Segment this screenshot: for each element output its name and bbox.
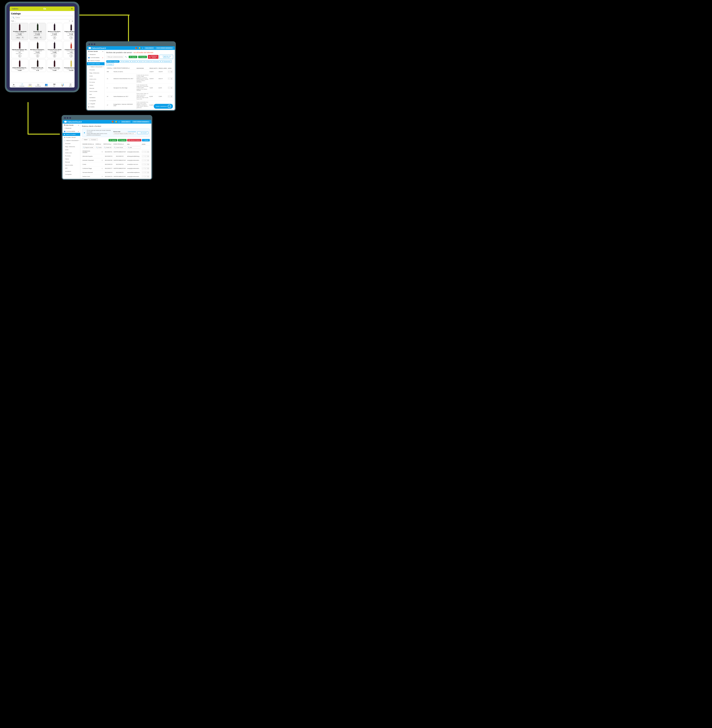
bulk-delete-button[interactable]: 🗑 Elimina in blocco bbox=[148, 55, 159, 59]
copy-icon[interactable]: ⎘ bbox=[168, 70, 170, 73]
sidebar-sub-ddt[interactable]: DDT bbox=[87, 93, 104, 96]
sidebar-sub-ordini[interactable]: Ordini bbox=[62, 148, 80, 151]
copy-icon[interactable]: ⎘ bbox=[144, 175, 147, 178]
copy-icon[interactable]: ⎘ bbox=[168, 87, 170, 89]
sidebar-sub-fatture[interactable]: Fatture bbox=[87, 84, 104, 87]
nav-menu[interactable]: ☰Menu bbox=[67, 83, 74, 87]
column-filter[interactable] bbox=[113, 147, 126, 148]
col-header[interactable]: PARTITA IVA ▴▾ bbox=[103, 143, 113, 145]
col-header[interactable]: AZIONI bbox=[141, 143, 150, 145]
product-card[interactable]: Morellino di Scansano... Codice: I67MS54… bbox=[29, 41, 46, 58]
flame-icon[interactable]: ö bbox=[142, 47, 143, 49]
delete-icon[interactable]: 🗑 bbox=[147, 151, 149, 153]
search-input[interactable]: 🔍 Cerca bbox=[11, 16, 73, 19]
product-card[interactable]: Toscana Rosso Aliotto Codice: I20TR78S €… bbox=[47, 41, 62, 58]
category-filter[interactable]: ⊕ Passacenere bbox=[161, 60, 172, 63]
product-card[interactable]: Chianti DOCG Piccini Codice: I88C487G € … bbox=[63, 41, 74, 58]
sidebar-sub-autofatture[interactable]: Autofatture bbox=[87, 96, 104, 99]
add-icon[interactable]: + bbox=[53, 36, 56, 39]
table-row[interactable]: Filippucci S.R.L.0012345672300123456723f… bbox=[82, 178, 150, 179]
sidebar-sub-ordini-a-forn-[interactable]: Ordini a forn. bbox=[87, 78, 104, 81]
copy-icon[interactable]: ⎘ bbox=[144, 171, 147, 173]
col-header[interactable]: CODICE FISCALE ▴▾ bbox=[113, 143, 126, 145]
year-dropdown[interactable]: Anno 2023 ▾ bbox=[144, 47, 154, 49]
product-card[interactable]: Rosso Piceno Sup... Codice: I77RP76D € 9… bbox=[47, 59, 62, 72]
col-header[interactable]: CODICE ▴▾ bbox=[95, 143, 103, 145]
table-row[interactable]: Conad0012345672300123456723conad@con-ad.… bbox=[82, 162, 150, 166]
column-filter[interactable] bbox=[83, 147, 95, 148]
stats-icon[interactable]: ↗ bbox=[142, 151, 144, 153]
table-row[interactable]: Alimentari Augusto0012345672300123456723… bbox=[82, 154, 150, 158]
product-card[interactable]: Chianti Rùfina Riserva... Codice: I78CR4… bbox=[11, 59, 28, 72]
sidebar-item-situazione[interactable]: ⌂Situazione bbox=[87, 53, 104, 56]
add-icon[interactable]: + bbox=[70, 55, 73, 57]
sidebar-sub-ddt[interactable]: DDT bbox=[62, 167, 80, 170]
account-dropdown[interactable]: TEST ORDER SENDER ▾ bbox=[132, 121, 150, 123]
sidebar-sub-fatture[interactable]: Fatture bbox=[62, 157, 80, 160]
add-client-button[interactable]: + Cliente bbox=[142, 139, 150, 141]
table-row[interactable]: Farmacia Mambelli0012345672300123456723m… bbox=[82, 171, 150, 175]
sidebar-sub-ordini[interactable]: Ordini bbox=[87, 74, 104, 78]
sidebar-sub-autofatture[interactable]: Autofatture bbox=[62, 170, 80, 173]
filter-input[interactable] bbox=[106, 56, 124, 58]
tab-suppliers[interactable]: Fornitori bbox=[89, 138, 98, 141]
category-filter[interactable]: ⊕ grappe bbox=[106, 63, 114, 65]
sidebar-item-situazione[interactable]: ⌂Situazione bbox=[62, 127, 80, 130]
copy-icon[interactable]: ⎘ bbox=[144, 159, 147, 162]
bell-icon[interactable]: 🔔 bbox=[115, 121, 117, 123]
copy-icon[interactable]: ⎘ bbox=[144, 167, 147, 169]
sidebar-sub-rapp-d-intervento[interactable]: Rapp. d'intervento bbox=[87, 71, 104, 74]
edit-icon[interactable]: ✎ bbox=[22, 36, 24, 39]
sidebar-sub-pro-forma[interactable]: Pro forma bbox=[62, 154, 80, 157]
sidebar-sub-corrispettivi[interactable]: Corrispettivi bbox=[87, 99, 104, 102]
table-row[interactable]: 11Selezione Gewurztraminer Doc 2017Il co… bbox=[106, 74, 173, 84]
add-icon[interactable]: + bbox=[70, 36, 73, 39]
product-card[interactable]: Barbera d'Asti Mont... Codice: I67BP77 €… bbox=[47, 23, 62, 40]
col-header[interactable]: NOME PRODOTTO/SERVIZIO ▴▾ bbox=[113, 67, 136, 70]
export-button[interactable]: ⬆ Esporta bbox=[138, 56, 147, 58]
bulk-delete-button[interactable]: 🗑 Elimina in blocco bbox=[127, 139, 141, 141]
table-row[interactable]: Fashion Verdi200123454778NGRFRC80B02D704… bbox=[82, 175, 150, 178]
category-filter[interactable]: ⊕ 2018 bbox=[144, 60, 151, 63]
delete-icon[interactable]: 🗑 bbox=[171, 87, 173, 89]
nav-preventivi[interactable]: 📄Preventivi bbox=[18, 83, 26, 87]
nav-bt[interactable]: 🗺BT bbox=[50, 83, 58, 87]
help-button[interactable]: Guide e assistenza≡ bbox=[154, 104, 173, 109]
sidebar-sub-ricevute[interactable]: Ricevute bbox=[62, 160, 80, 164]
gift-icon[interactable]: 🎁 bbox=[135, 47, 137, 49]
stats-icon[interactable]: ↗ bbox=[142, 159, 144, 162]
import-button[interactable]: ⬇ Importa bbox=[129, 56, 137, 58]
sidebar-item-fatture-e-documenti[interactable]: 📄Fatture e Documenti▾ bbox=[87, 65, 104, 68]
sidebar-item-commercialista[interactable]: 👥Commercialista▲ bbox=[62, 130, 80, 133]
nav-clienti[interactable]: 👥Clienti bbox=[42, 83, 50, 87]
how-link[interactable]: Come funziona? bbox=[128, 131, 136, 132]
delete-icon[interactable]: 🗑 bbox=[147, 163, 149, 165]
sidebar-sub-ordini-a-forn-[interactable]: Ordini a forn. bbox=[62, 151, 80, 154]
sidebar-item-clienti-e-fornitori[interactable]: ▣Clienti e Fornitori bbox=[62, 133, 80, 136]
sidebar-sub-preventivi[interactable]: Preventivi bbox=[87, 68, 104, 71]
tab-clients[interactable]: Clienti bbox=[82, 138, 89, 141]
copy-icon[interactable]: ⎘ bbox=[144, 163, 147, 165]
stats-icon[interactable]: ↗ bbox=[142, 171, 144, 173]
table-row[interactable]: 14Santa Maddalena doc 2017Rosso rubino c… bbox=[106, 92, 173, 101]
table-row[interactable]: Confezioni Raggi100123454777NGRFRC80B02D… bbox=[82, 166, 150, 171]
stats-icon[interactable]: ↗ bbox=[142, 155, 144, 157]
year-dropdown[interactable]: Anno 2023 ▾ bbox=[121, 121, 131, 123]
add-icon[interactable]: + bbox=[53, 55, 56, 57]
col-header[interactable]: MAIL bbox=[127, 143, 141, 145]
delete-icon[interactable]: 🗑 bbox=[147, 155, 149, 157]
col-header[interactable]: PREZZO NETTO bbox=[149, 67, 158, 70]
sidebar-item-fatture-e-documenti[interactable]: 📄Fatture e Documenti▾ bbox=[62, 139, 80, 142]
sidebar-sub-corrispettivi[interactable]: Corrispettivi bbox=[62, 173, 80, 176]
copy-icon[interactable]: ⎘ bbox=[144, 151, 147, 153]
back-button[interactable]: ‹ Indietro bbox=[11, 8, 18, 10]
stats-icon[interactable]: ↗ bbox=[142, 175, 144, 178]
copy-icon[interactable]: ⎘ bbox=[144, 155, 147, 157]
nav-documenti[interactable]: 🗂Documenti bbox=[34, 83, 42, 87]
edit-icon[interactable]: ✎ bbox=[40, 36, 42, 39]
column-filter[interactable] bbox=[127, 147, 141, 148]
plans-button[interactable]: → Vai ai piani bbox=[137, 131, 148, 134]
flame-icon[interactable]: ö bbox=[119, 121, 120, 123]
table-row[interactable]: 666Teschio di marmo15,00 €18,30 €⎘🗑 bbox=[106, 70, 173, 74]
col-header[interactable]: CODICE ▴▾ bbox=[106, 67, 113, 70]
